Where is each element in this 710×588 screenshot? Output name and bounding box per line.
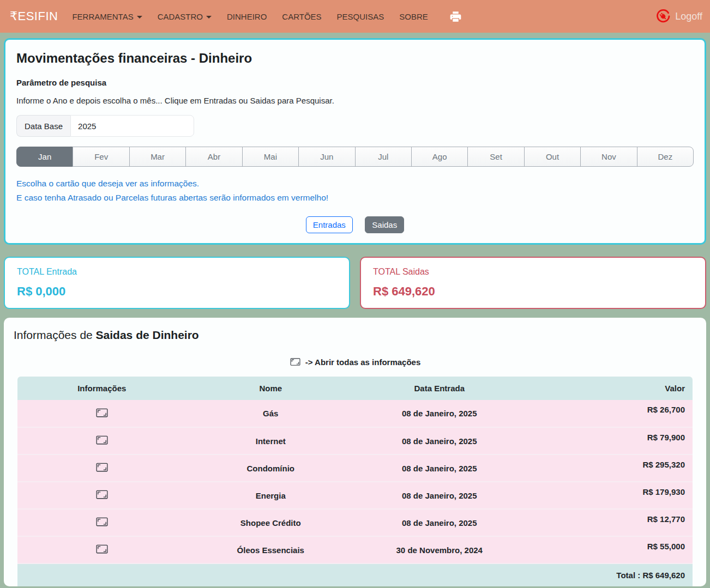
row-expand-button[interactable] <box>95 489 109 500</box>
nav-menu: FERRAMENTAS CADASTRO DINHEIRO CARTÕES PE… <box>72 11 461 22</box>
row-nome: Condomínio <box>186 454 356 482</box>
row-expand-button[interactable] <box>95 434 109 446</box>
header-nome: Nome <box>186 377 356 400</box>
expand-icon <box>95 462 109 473</box>
expand-icon <box>95 543 109 555</box>
movements-table: Informações Nome Data Entrada Valor Gás0… <box>17 377 693 586</box>
nav-item-dinheiro[interactable]: DINHEIRO <box>227 12 267 21</box>
header-informacoes: Informações <box>17 377 186 400</box>
nav-item-label: SOBRE <box>399 12 428 21</box>
total-saidas-card: TOTAL Saidas R$ 649,620 <box>360 257 706 309</box>
table-row: Óleos Essenciais30 de Novembro, 2024R$ 5… <box>17 536 693 563</box>
open-all-label: -> Abrir todas as informações <box>305 357 421 367</box>
printer-icon <box>450 11 461 22</box>
row-nome: Shopee Crédito <box>186 509 356 536</box>
expand-icon <box>95 489 109 500</box>
row-data-entrada: 08 de Janeiro, 2025 <box>355 427 524 454</box>
saidas-button[interactable]: Saidas <box>365 216 404 233</box>
month-tab-mar[interactable]: Mar <box>129 147 186 167</box>
total-entrada-card: TOTAL Entrada R$ 0,000 <box>4 257 350 309</box>
row-expand-button[interactable] <box>95 407 109 419</box>
month-tab-dez[interactable]: Dez <box>637 147 694 167</box>
entradas-button[interactable]: Entradas <box>306 216 353 233</box>
details-heading: Informações de Saidas de Dinheiro <box>14 329 696 342</box>
month-tab-set[interactable]: Set <box>467 147 524 167</box>
details-heading-prefix: Informações de <box>14 329 96 341</box>
month-tab-mai[interactable]: Mai <box>242 147 299 167</box>
details-panel: Informações de Saidas de Dinheiro -> Abr… <box>4 318 706 586</box>
row-valor: R$ 179,930 <box>524 482 693 509</box>
navbar: ₹ESIFIN FERRAMENTAS CADASTRO DINHEIRO CA… <box>0 0 710 33</box>
month-tabs: Jan Fev Mar Abr Mai Jun Jul Ago Set Out … <box>16 147 694 167</box>
row-expand-button[interactable] <box>95 516 109 528</box>
table-row: Shopee Crédito08 de Janeiro, 2025R$ 12,7… <box>17 509 693 536</box>
table-total-value: R$ 649,620 <box>642 571 685 580</box>
nav-item-label: CADASTRO <box>158 12 203 21</box>
row-expand-button[interactable] <box>95 543 109 555</box>
data-base-label: Data Base <box>16 115 70 137</box>
nav-item-sobre[interactable]: SOBRE <box>399 12 428 21</box>
nav-item-label: DINHEIRO <box>227 12 267 21</box>
total-saidas-value: R$ 649,620 <box>373 284 693 299</box>
table-body: Gás08 de Janeiro, 2025R$ 26,700Internet0… <box>17 400 693 563</box>
power-plug-icon <box>655 9 671 24</box>
nav-item-cartoes[interactable]: CARTÕES <box>282 12 321 21</box>
data-base-input[interactable] <box>70 115 194 137</box>
row-nome: Energia <box>186 482 356 509</box>
header-data-entrada: Data Entrada <box>355 377 524 400</box>
row-nome: Gás <box>186 400 356 427</box>
row-valor: R$ 295,320 <box>524 454 693 482</box>
chevron-down-icon <box>137 16 142 19</box>
total-saidas-label: TOTAL Saidas <box>373 267 693 277</box>
row-valor: R$ 55,000 <box>524 536 693 563</box>
logoff-button[interactable]: Logoff <box>655 9 702 24</box>
total-entrada-value: R$ 0,000 <box>17 284 337 299</box>
open-all-button[interactable]: -> Abrir todas as informações <box>14 357 696 367</box>
month-tab-fev[interactable]: Fev <box>73 147 129 167</box>
nav-item-label: FERRAMENTAS <box>72 12 133 21</box>
search-subtitle: Parâmetro de pesquisa <box>16 78 694 87</box>
search-notes: Escolha o cartão que deseja ver as infor… <box>16 177 694 204</box>
details-heading-bold: Saidas de Dinheiro <box>96 329 199 341</box>
row-data-entrada: 08 de Janeiro, 2025 <box>355 482 524 509</box>
nav-item-label: PESQUISAS <box>337 12 384 21</box>
row-valor: R$ 79,900 <box>524 427 693 454</box>
row-valor: R$ 26,700 <box>524 400 693 427</box>
table-row: Condomínio08 de Janeiro, 2025R$ 295,320 <box>17 454 693 482</box>
row-data-entrada: 08 de Janeiro, 2025 <box>355 509 524 536</box>
month-tab-nov[interactable]: Nov <box>580 147 637 167</box>
month-tab-jun[interactable]: Jun <box>298 147 355 167</box>
nav-item-label: CARTÕES <box>282 12 321 21</box>
print-button[interactable] <box>450 11 461 22</box>
table-row: Internet08 de Janeiro, 2025R$ 79,900 <box>17 427 693 454</box>
month-tab-jan[interactable]: Jan <box>16 147 73 167</box>
expand-icon <box>95 434 109 446</box>
row-valor: R$ 12,770 <box>524 509 693 536</box>
month-tab-jul[interactable]: Jul <box>355 147 412 167</box>
row-data-entrada: 30 de Novembro, 2024 <box>355 536 524 563</box>
note-line-2: E caso tenha Atrasado ou Parcelas futura… <box>16 191 694 205</box>
table-total: Total : R$ 649,620 <box>17 563 693 586</box>
table-row: Gás08 de Janeiro, 2025R$ 26,700 <box>17 400 693 427</box>
brand-logo[interactable]: ₹ESIFIN <box>10 9 58 23</box>
expand-icon <box>95 516 109 528</box>
nav-item-pesquisas[interactable]: PESQUISAS <box>337 12 384 21</box>
note-line-1: Escolha o cartão que deseja ver as infor… <box>16 177 694 191</box>
logoff-label: Logoff <box>675 11 702 22</box>
row-nome: Óleos Essenciais <box>186 536 356 563</box>
expand-icon <box>95 407 109 419</box>
data-base-group: Data Base <box>16 115 188 137</box>
nav-item-ferramentas[interactable]: FERRAMENTAS <box>72 12 142 21</box>
search-panel: Movimentações financeiras - Dinheiro Par… <box>4 38 706 245</box>
nav-item-cadastro[interactable]: CADASTRO <box>158 12 212 21</box>
table-total-label: Total : <box>616 571 640 580</box>
totals-row: TOTAL Entrada R$ 0,000 TOTAL Saidas R$ 6… <box>4 257 706 309</box>
row-expand-button[interactable] <box>95 462 109 473</box>
month-tab-ago[interactable]: Ago <box>411 147 468 167</box>
month-tab-abr[interactable]: Abr <box>185 147 242 167</box>
month-tab-out[interactable]: Out <box>524 147 581 167</box>
table-header-row: Informações Nome Data Entrada Valor <box>17 377 693 400</box>
row-data-entrada: 08 de Janeiro, 2025 <box>355 400 524 427</box>
table-footer-row: Total : R$ 649,620 <box>17 563 693 586</box>
expand-icon <box>290 357 301 367</box>
